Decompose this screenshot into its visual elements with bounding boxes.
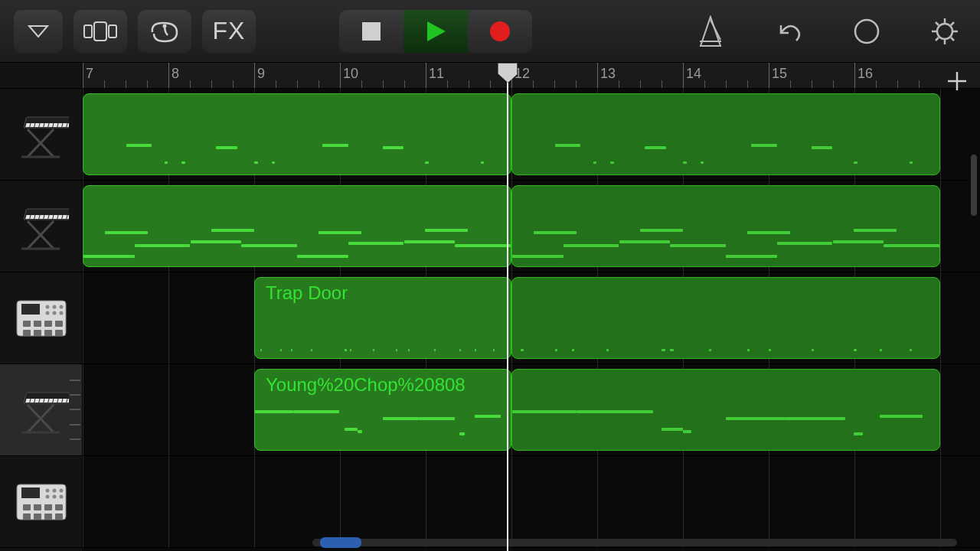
svg-point-93 — [52, 494, 56, 498]
bar-number: 7 — [86, 66, 93, 82]
circle-icon — [854, 18, 880, 44]
timeline-workspace: 78910111213141516 Trap DoorYoung%20Chop%… — [0, 63, 980, 551]
bar-number: 16 — [858, 66, 873, 82]
svg-line-17 — [936, 22, 939, 25]
timeline-area[interactable]: 78910111213141516 Trap DoorYoung%20Chop%… — [83, 63, 980, 551]
svg-rect-5 — [362, 22, 381, 41]
track-header[interactable] — [0, 456, 82, 548]
bar-number: 13 — [600, 66, 616, 82]
keyboard-icon — [14, 204, 69, 249]
svg-point-94 — [59, 494, 63, 498]
toolbar-right — [689, 10, 966, 53]
svg-rect-80 — [21, 487, 40, 498]
svg-line-18 — [951, 37, 954, 41]
bar-number: 9 — [257, 66, 265, 82]
svg-rect-84 — [55, 504, 63, 510]
track-header[interactable] — [0, 181, 82, 272]
record-icon — [489, 21, 511, 42]
track-row[interactable] — [83, 89, 980, 181]
svg-rect-53 — [44, 321, 52, 327]
midi-region[interactable] — [511, 185, 940, 267]
svg-line-19 — [951, 22, 954, 25]
metronome-button[interactable] — [689, 10, 732, 53]
vertical-scrollbar[interactable] — [971, 155, 977, 216]
svg-rect-55 — [23, 330, 31, 336]
stop-icon — [362, 22, 381, 41]
horizontal-scrollbar[interactable] — [312, 539, 957, 546]
keyboard-icon — [14, 112, 69, 157]
metronome-icon — [696, 15, 725, 47]
bar-number: 15 — [772, 66, 787, 82]
undo-button[interactable] — [767, 10, 810, 53]
stop-button[interactable] — [339, 10, 403, 53]
view-toggle-button[interactable] — [74, 10, 127, 53]
svg-rect-87 — [44, 514, 52, 520]
svg-rect-83 — [44, 504, 52, 510]
svg-rect-81 — [23, 504, 31, 510]
view-grid-icon — [83, 21, 117, 42]
midi-region[interactable] — [511, 369, 940, 451]
track-row[interactable]: Trap Door — [83, 272, 980, 364]
midi-region[interactable] — [83, 93, 511, 175]
svg-point-63 — [52, 311, 56, 315]
drum-machine-icon — [14, 480, 69, 524]
region-title: Trap Door — [266, 282, 348, 304]
svg-marker-6 — [427, 21, 446, 41]
svg-rect-85 — [23, 514, 31, 520]
tracks-dropdown-button[interactable] — [14, 10, 63, 53]
track-row[interactable] — [83, 181, 980, 272]
gear-icon — [930, 17, 959, 46]
svg-point-59 — [45, 305, 49, 308]
svg-rect-3 — [109, 25, 116, 37]
midi-region[interactable]: Young%20Chop%20808 — [254, 369, 511, 451]
ruler-spacer — [0, 63, 82, 89]
midi-region[interactable] — [511, 93, 940, 175]
record-button[interactable] — [468, 10, 532, 53]
scroll-thumb[interactable] — [320, 537, 361, 548]
track-row[interactable]: Young%20Chop%20808 — [83, 364, 980, 456]
track-header[interactable] — [0, 364, 82, 456]
svg-line-20 — [936, 37, 939, 41]
plus-icon — [946, 70, 968, 92]
track-header[interactable] — [0, 89, 82, 181]
svg-point-92 — [45, 494, 49, 498]
svg-point-64 — [59, 311, 63, 315]
track-headers — [0, 63, 83, 551]
svg-rect-56 — [34, 330, 41, 336]
svg-rect-2 — [94, 22, 106, 41]
midi-region[interactable]: Trap Door — [254, 277, 511, 359]
midi-region[interactable] — [83, 185, 511, 267]
midi-region[interactable] — [511, 277, 940, 359]
tracks-container: Trap DoorYoung%20Chop%20808 — [83, 89, 980, 548]
keyboard-icon — [14, 388, 69, 432]
play-button[interactable] — [403, 10, 468, 53]
svg-point-60 — [52, 305, 56, 308]
svg-point-12 — [937, 24, 952, 39]
svg-point-4 — [163, 24, 167, 28]
track-row[interactable] — [83, 456, 980, 548]
svg-rect-86 — [34, 514, 41, 520]
svg-rect-54 — [55, 321, 63, 327]
ruler[interactable]: 78910111213141516 — [83, 63, 980, 89]
bar-number: 8 — [172, 66, 179, 82]
svg-rect-82 — [34, 504, 41, 510]
svg-point-61 — [59, 305, 63, 308]
region-title: Young%20Chop%20808 — [266, 374, 466, 396]
settings-button[interactable] — [923, 10, 966, 53]
svg-rect-88 — [55, 514, 63, 520]
transport-controls — [339, 10, 532, 53]
info-button[interactable] — [845, 10, 888, 53]
track-header[interactable] — [0, 272, 82, 364]
svg-marker-0 — [29, 26, 47, 37]
track-grip[interactable] — [70, 373, 80, 446]
undo-icon — [775, 18, 802, 45]
toolbar: FX — [0, 0, 980, 63]
fx-button[interactable]: FX — [202, 10, 256, 53]
add-track-button[interactable] — [942, 66, 972, 96]
svg-point-62 — [45, 311, 49, 315]
svg-point-11 — [855, 20, 878, 43]
loop-browser-button[interactable] — [138, 10, 191, 53]
playhead[interactable] — [507, 63, 508, 551]
svg-point-7 — [490, 21, 510, 41]
svg-rect-52 — [34, 321, 41, 327]
